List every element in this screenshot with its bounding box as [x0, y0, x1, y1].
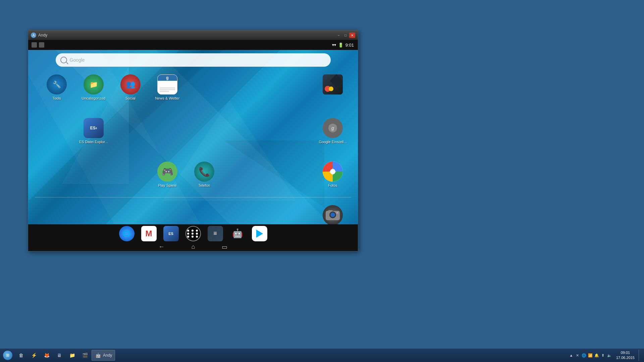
- tray-volume-icon[interactable]: 🔈: [607, 353, 612, 358]
- news-label: News & Wetter: [155, 96, 179, 101]
- app-uncategorized[interactable]: 📁 Uncategorized: [78, 74, 109, 101]
- app-photos[interactable]: Fotos: [318, 162, 348, 188]
- andy-window: A Andy − □ ✕ ▾▾ 🔋 9:01: [28, 30, 358, 251]
- taskbar-item-cmd[interactable]: 🖥: [53, 350, 65, 361]
- window-title: Andy: [38, 33, 336, 38]
- taskbar-item-media[interactable]: 🎬: [79, 350, 91, 361]
- phone-icon: 📞: [194, 162, 214, 182]
- wifi-icon: ▾▾: [332, 43, 336, 47]
- show-desktop-button[interactable]: [639, 350, 641, 361]
- tools-label: Tools: [52, 96, 61, 101]
- play-games-label: Play Spiele: [158, 183, 176, 188]
- topright-icon: [323, 74, 343, 95]
- social-icon: 👥: [120, 74, 141, 95]
- clock-area[interactable]: 09:01 17.06.2015: [613, 350, 637, 361]
- cmd-icon: 🖥: [56, 352, 63, 359]
- drawer-dot: [196, 230, 198, 232]
- taskbar-item-recycle[interactable]: 🗑: [15, 350, 27, 361]
- play-store-icon: [256, 230, 263, 238]
- explorer-icon: 📁: [69, 352, 75, 359]
- social-label: Social: [125, 96, 136, 101]
- dock-media-control[interactable]: ≡: [208, 226, 223, 241]
- back-button[interactable]: ←: [159, 243, 165, 250]
- gmail-m-icon: M: [146, 229, 152, 238]
- es-file-label: ES Datei Explor...: [79, 140, 108, 144]
- drawer-dot: [187, 236, 189, 238]
- dock-divider: [35, 197, 351, 197]
- notification-icon-2: [39, 42, 44, 48]
- dock-play-store[interactable]: [252, 226, 267, 241]
- uncategorized-icon: 📁: [84, 74, 104, 95]
- notification-icon-1: [32, 42, 37, 48]
- battery-icon: 🔋: [338, 43, 343, 48]
- andy-icon: A: [31, 33, 36, 38]
- es-file-icon: ES3: [84, 118, 104, 138]
- tray-wifi-icon[interactable]: 📶: [588, 353, 593, 358]
- drawer-dot: [196, 236, 198, 238]
- app-tools[interactable]: 🔧 Tools: [42, 74, 72, 101]
- taskbar-item-andy[interactable]: 🤖 Andy: [92, 350, 115, 361]
- taskbar-item-winamp[interactable]: ⚡: [28, 350, 40, 361]
- tray-hide-icon[interactable]: ▲: [569, 353, 574, 358]
- system-tray: ▲ ✕ 🌐 📶 🔔 ⬆ 🔈 09:01 17.06.2015: [569, 350, 642, 361]
- tools-icon: 🔧: [47, 74, 67, 95]
- status-bar-right: ▾▾ 🔋 9:01: [332, 43, 354, 48]
- close-button[interactable]: ✕: [349, 33, 355, 38]
- media-icon: 🎬: [82, 352, 88, 359]
- title-bar: A Andy − □ ✕: [28, 31, 358, 40]
- home-button[interactable]: ⌂: [192, 243, 195, 250]
- camera-icon: [323, 205, 343, 224]
- taskbar-item-firefox[interactable]: 🦊: [41, 350, 53, 361]
- google-settings-label: Google Einstell...: [319, 140, 346, 144]
- app-phone[interactable]: 📞 Telefon: [189, 162, 219, 188]
- tray-notification-icon[interactable]: 🔔: [594, 353, 599, 358]
- clock-date: 17.06.2015: [616, 355, 635, 360]
- clock-time: 09:01: [621, 350, 630, 355]
- phone-label: Telefon: [198, 183, 210, 188]
- play-games-icon: 🎮: [157, 162, 177, 182]
- android-wallpaper: Google 🔧 Tools 📁 Uncategorized 👥: [28, 50, 358, 224]
- status-bar-left: [32, 42, 44, 48]
- tray-update-icon[interactable]: ⬆: [600, 353, 606, 358]
- app-news-wetter[interactable]: g News & Wetter: [152, 74, 182, 101]
- search-icon: [60, 57, 67, 63]
- minimize-button[interactable]: −: [336, 33, 342, 38]
- dock-browser[interactable]: 🌐: [119, 226, 135, 241]
- android-screen: ▾▾ 🔋 9:01 Google 🔧 Tools: [28, 40, 358, 251]
- recent-button[interactable]: ▭: [222, 243, 227, 251]
- dock-es-file[interactable]: ES: [163, 226, 179, 241]
- photos-icon: [323, 162, 343, 182]
- google-settings-icon: g: [323, 118, 343, 138]
- app-es-file[interactable]: ES3 ES Datei Explor...: [78, 118, 109, 144]
- winamp-icon: ⚡: [31, 352, 37, 359]
- taskbar-items: 🗑 ⚡ 🦊 🖥 📁 🎬 🤖 Andy: [15, 350, 569, 361]
- drawer-dot: [196, 233, 198, 235]
- windows-logo: ⊞: [6, 353, 9, 358]
- nav-bar: ← ⌂ ▭: [28, 241, 358, 251]
- drawer-dot: [192, 236, 194, 238]
- news-icon: g: [157, 74, 177, 95]
- app-google-settings[interactable]: g Google Einstell...: [318, 118, 348, 144]
- dock-android-robot[interactable]: 🤖: [230, 226, 245, 241]
- app-social[interactable]: 👥 Social: [115, 74, 146, 101]
- tray-network-icon[interactable]: 🌐: [581, 353, 587, 358]
- taskbar-item-explorer[interactable]: 📁: [66, 350, 78, 361]
- app-play-games[interactable]: 🎮 Play Spiele: [152, 162, 182, 188]
- recycle-icon: 🗑: [18, 352, 24, 359]
- drawer-dot: [187, 233, 189, 235]
- andy-taskbar-icon: 🤖: [95, 352, 101, 359]
- google-search-bar[interactable]: Google: [56, 53, 331, 67]
- restore-button[interactable]: □: [342, 33, 348, 38]
- dock-app-drawer[interactable]: [185, 226, 201, 241]
- dock-gmail[interactable]: M: [141, 226, 157, 241]
- andy-taskbar-label: Andy: [103, 353, 112, 358]
- app-topright[interactable]: [318, 74, 348, 96]
- app-camera[interactable]: Kamera: [318, 205, 348, 224]
- dock: 🌐 M ES: [28, 224, 358, 251]
- drawer-dot: [192, 230, 194, 232]
- start-button[interactable]: ⊞: [2, 350, 14, 361]
- tray-close-icon[interactable]: ✕: [575, 353, 580, 358]
- drawer-dot: [187, 230, 189, 232]
- search-placeholder: Google: [70, 57, 85, 63]
- status-bar: ▾▾ 🔋 9:01: [28, 40, 358, 50]
